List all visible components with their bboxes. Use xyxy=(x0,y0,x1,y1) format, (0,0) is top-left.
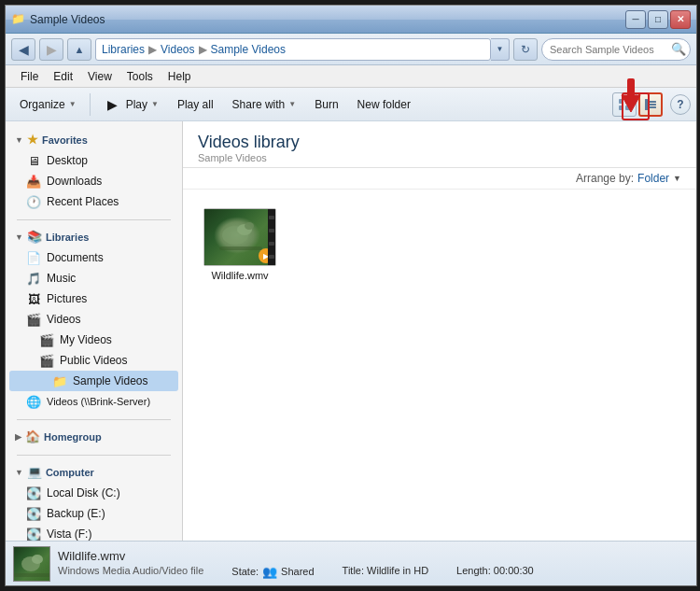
favorites-label: Favorites xyxy=(42,134,88,146)
sidebar-item-desktop[interactable]: 🖥 Desktop xyxy=(9,150,178,171)
sidebar-header-computer[interactable]: ▼ 💻 Computer xyxy=(9,461,178,483)
local-disk-icon: 💽 xyxy=(26,485,41,500)
status-state: State: 👥 Shared xyxy=(231,565,314,579)
new-folder-button[interactable]: New folder xyxy=(349,91,419,118)
share-with-button[interactable]: Share with ▼ xyxy=(224,91,305,118)
videos-brink-icon: 🌐 xyxy=(26,394,41,409)
maximize-button[interactable]: □ xyxy=(648,10,668,29)
minimize-button[interactable]: ─ xyxy=(625,10,646,29)
sidebar-item-pictures-label: Pictures xyxy=(47,292,87,305)
main-panel: Videos library Sample Videos Arrange by:… xyxy=(183,121,696,541)
svg-rect-6 xyxy=(649,104,656,106)
sidebar-item-my-videos[interactable]: 🎬 My Videos xyxy=(9,330,178,350)
computer-expand-icon: ▼ xyxy=(15,468,23,477)
computer-icon: 💻 xyxy=(27,465,42,479)
file-item-wildlife[interactable]: ▶ Wildlife.wmv xyxy=(198,204,282,285)
status-info: Wildlife.wmv Windows Media Audio/Video f… xyxy=(58,549,689,579)
homegroup-expand-icon: ▶ xyxy=(15,432,21,442)
title-label: Title: xyxy=(343,565,364,576)
sidebar-divider-2 xyxy=(17,419,171,420)
menu-help[interactable]: Help xyxy=(161,67,199,86)
sidebar-item-backup[interactable]: 💽 Backup (E:) xyxy=(9,503,178,524)
address-path[interactable]: Libraries ▶ Videos ▶ Sample Videos xyxy=(95,38,491,61)
window-icon: 📁 xyxy=(11,12,26,27)
play-arrow: ▼ xyxy=(151,100,159,108)
vista-icon: 💽 xyxy=(26,527,41,541)
sidebar-item-sample-videos-label: Sample Videos xyxy=(73,374,148,387)
organize-label: Organize xyxy=(20,98,65,111)
svg-rect-1 xyxy=(625,99,630,104)
help-button[interactable]: ? xyxy=(670,94,691,115)
sidebar-item-documents[interactable]: 📄 Documents xyxy=(9,247,178,268)
play-all-label: Play all xyxy=(177,98,214,111)
organize-button[interactable]: Organize ▼ xyxy=(11,91,85,118)
filmstrip-right xyxy=(268,209,275,265)
sidebar-item-vista[interactable]: 💽 Vista (F:) xyxy=(9,524,178,541)
close-button[interactable]: ✕ xyxy=(670,10,691,29)
sidebar-header-homegroup[interactable]: ▶ 🏠 Homegroup xyxy=(9,426,178,447)
play-all-button[interactable]: Play all xyxy=(169,91,222,118)
play-button[interactable]: ▶ Play ▼ xyxy=(95,91,167,118)
menu-file[interactable]: File xyxy=(13,67,46,86)
refresh-button[interactable]: ↻ xyxy=(513,38,538,61)
sidebar-item-videos[interactable]: 🎬 Videos xyxy=(9,309,178,330)
play-label: Play xyxy=(126,98,147,111)
libraries-expand-icon: ▼ xyxy=(15,232,23,242)
play-icon: ▶ xyxy=(104,95,122,114)
music-icon: 🎵 xyxy=(26,271,41,286)
toolbar-right: ? xyxy=(612,92,691,117)
sidebar-item-public-videos[interactable]: 🎬 Public Videos xyxy=(9,350,178,371)
sidebar-header-favorites[interactable]: ▼ ★ Favorites xyxy=(9,129,178,150)
path-dropdown[interactable]: ▼ xyxy=(491,38,510,61)
my-videos-icon: 🎬 xyxy=(39,332,54,347)
sidebar: ▼ ★ Favorites 🖥 Desktop 📥 Downloads 🕐 Re… xyxy=(6,121,183,541)
search-wrap: 🔍 xyxy=(541,38,691,61)
sample-videos-icon: 📁 xyxy=(52,373,67,388)
homegroup-icon: 🏠 xyxy=(25,429,40,443)
status-thumbnail xyxy=(13,546,50,582)
sidebar-item-downloads[interactable]: 📥 Downloads xyxy=(9,171,178,191)
menu-edit[interactable]: Edit xyxy=(46,67,80,86)
sidebar-item-music[interactable]: 🎵 Music xyxy=(9,268,178,288)
libraries-icon: 📚 xyxy=(27,230,42,244)
forward-button[interactable]: ▶ xyxy=(39,38,63,61)
content-area: ▼ ★ Favorites 🖥 Desktop 📥 Downloads 🕐 Re… xyxy=(6,121,696,541)
burn-button[interactable]: Burn xyxy=(306,91,346,118)
shared-icon: 👥 xyxy=(262,565,277,579)
main-header: Videos library Sample Videos xyxy=(183,121,696,168)
pictures-icon: 🖼 xyxy=(26,291,41,306)
path-libraries[interactable]: Libraries xyxy=(102,43,145,56)
change-view-alt-button[interactable] xyxy=(612,92,637,117)
path-videos[interactable]: Videos xyxy=(161,43,194,56)
menu-view[interactable]: View xyxy=(80,67,119,86)
sidebar-section-favorites: ▼ ★ Favorites 🖥 Desktop 📥 Downloads 🕐 Re… xyxy=(9,129,178,212)
sidebar-item-pictures[interactable]: 🖼 Pictures xyxy=(9,288,178,309)
path-sample-videos[interactable]: Sample Videos xyxy=(211,43,287,56)
status-filetype: Windows Media Audio/Video file xyxy=(58,565,203,579)
svg-rect-13 xyxy=(219,246,262,250)
up-button[interactable]: ▲ xyxy=(67,38,91,61)
desktop-icon: 🖥 xyxy=(26,153,41,168)
sidebar-item-local-disk[interactable]: 💽 Local Disk (C:) xyxy=(9,483,178,503)
sidebar-item-videos-brink[interactable]: 🌐 Videos (\\Brink-Server) xyxy=(9,391,178,412)
window-controls: ─ □ ✕ xyxy=(625,10,691,29)
search-input[interactable] xyxy=(541,38,691,61)
public-videos-icon: 🎬 xyxy=(39,353,54,368)
change-view-button[interactable] xyxy=(638,92,663,117)
toolbar: Organize ▼ ▶ Play ▼ Play all Share with … xyxy=(6,88,696,121)
menu-tools[interactable]: Tools xyxy=(119,67,161,86)
search-button[interactable]: 🔍 xyxy=(670,41,687,58)
sidebar-item-recent-places[interactable]: 🕐 Recent Places xyxy=(9,191,178,212)
sidebar-section-libraries: ▼ 📚 Libraries 📄 Documents 🎵 Music 🖼 Pict… xyxy=(9,226,178,412)
menu-bar: File Edit View Tools Help xyxy=(6,65,696,88)
arrange-by-value[interactable]: Folder xyxy=(637,172,669,185)
sidebar-item-sample-videos[interactable]: 📁 Sample Videos xyxy=(9,371,178,391)
length-label: Length: xyxy=(456,565,491,576)
svg-rect-2 xyxy=(619,106,623,110)
status-detail: Windows Media Audio/Video file State: 👥 … xyxy=(58,565,689,579)
share-with-arrow: ▼ xyxy=(288,100,296,108)
status-thumb-image xyxy=(14,547,49,581)
address-bar: ◀ ▶ ▲ Libraries ▶ Videos ▶ Sample Videos… xyxy=(6,34,696,65)
back-button[interactable]: ◀ xyxy=(11,38,35,61)
sidebar-header-libraries[interactable]: ▼ 📚 Libraries xyxy=(9,226,178,247)
